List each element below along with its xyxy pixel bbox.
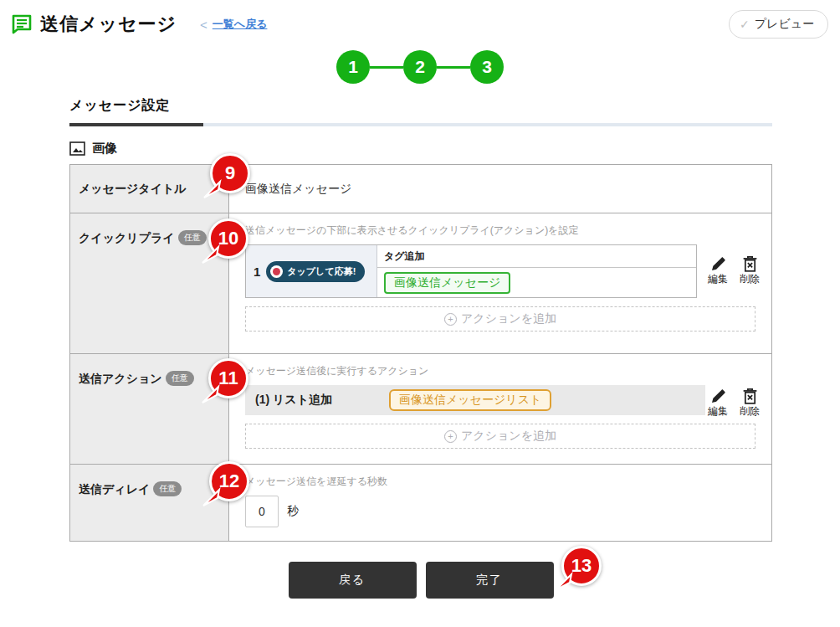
quick-reply-label: クイックリプライ任意: [70, 213, 229, 353]
tab-active-indicator: [69, 123, 203, 126]
send-delay-input-row: 秒: [245, 496, 771, 527]
callout-tail: [202, 487, 222, 507]
quick-reply-button-label: タップして応募!: [287, 265, 356, 278]
delete-button[interactable]: 削除: [738, 255, 761, 286]
image-icon: [69, 141, 85, 156]
quick-reply-description: 送信メッセージの下部に表示させるクイックリプライ(アクション)を設定: [229, 213, 771, 238]
send-action-item: (1) リスト追加 画像送信メッセージリスト: [245, 385, 705, 415]
quick-reply-tag: 画像送信メッセージ: [384, 272, 510, 294]
callout-tail: [201, 384, 221, 404]
delete-button[interactable]: 削除: [738, 388, 761, 419]
quick-reply-item-cell: 1 タップして応募!: [246, 245, 377, 297]
footer-buttons: 戻る 完了: [69, 562, 772, 599]
send-action-label: 送信アクション任意: [70, 354, 229, 464]
main-content: メッセージ設定 画像 メッセージタイトル 画像送信メッセージ クイックリプライ任…: [69, 84, 772, 599]
callout-12: 12: [209, 461, 249, 501]
quick-reply-item-index: 1: [254, 265, 260, 279]
send-action-actions: 編集 削除: [706, 388, 761, 419]
section-title: 画像: [92, 141, 117, 157]
preview-button-label: プレビュー: [755, 17, 814, 32]
row-send-action: 送信アクション任意 メッセージ送信後に実行するアクション (1) リスト追加 画…: [70, 353, 771, 464]
quick-reply-actions: 編集 削除: [706, 255, 761, 286]
message-settings-table: メッセージタイトル 画像送信メッセージ クイックリプライ任意 送信メッセージの下…: [69, 164, 772, 542]
tab-underline-track: [69, 123, 772, 126]
optional-badge: 任意: [178, 230, 207, 245]
send-action-tag: 画像送信メッセージリスト: [389, 389, 551, 411]
add-action-label: アクションを追加: [461, 429, 556, 444]
back-button[interactable]: 戻る: [289, 562, 417, 599]
callout-tail: [554, 572, 574, 592]
pencil-icon: [709, 388, 727, 405]
trash-icon: [741, 388, 759, 405]
step-connector: [437, 66, 470, 69]
send-action-description: メッセージ送信後に実行するアクション: [229, 354, 771, 378]
add-action-label: アクションを追加: [461, 311, 556, 326]
plus-circle-icon: +: [444, 430, 457, 443]
plus-circle-icon: +: [444, 313, 457, 326]
edit-label: 編集: [708, 404, 728, 419]
step-connector: [370, 66, 403, 69]
edit-button[interactable]: 編集: [706, 388, 730, 419]
quick-reply-tag-column: タグ追加 画像送信メッセージ: [377, 245, 696, 297]
send-delay-label-text: 送信ディレイ: [79, 482, 150, 496]
callout-tail: [202, 179, 223, 199]
callout-tail: [201, 244, 221, 265]
tab-message-settings[interactable]: メッセージ設定: [69, 97, 171, 115]
optional-badge: 任意: [153, 481, 182, 496]
delete-label: 削除: [740, 272, 760, 286]
chevron-left-icon: <: [200, 18, 207, 32]
trash-icon: [741, 255, 759, 273]
edit-button[interactable]: 編集: [706, 255, 730, 286]
page-title: 送信メッセージ: [40, 12, 177, 37]
step-2: 2: [403, 50, 437, 84]
callout-13: 13: [561, 546, 602, 586]
send-delay-description: メッセージ送信を遅延する秒数: [229, 465, 771, 489]
callout-11: 11: [208, 358, 248, 398]
row-send-delay: 送信ディレイ任意 メッセージ送信を遅延する秒数 秒: [70, 464, 771, 541]
emoji-icon: [270, 265, 283, 278]
row-message-title: メッセージタイトル 画像送信メッセージ: [70, 165, 771, 213]
step-3: 3: [470, 50, 504, 84]
step-1: 1: [336, 50, 370, 84]
page-header: 送信メッセージ < 一覧へ戻る ✓ プレビュー: [0, 0, 840, 39]
tag-row: 画像送信メッセージ: [377, 268, 696, 297]
delay-unit-label: 秒: [287, 504, 299, 519]
edit-label: 編集: [708, 272, 728, 286]
preview-button[interactable]: ✓ プレビュー: [729, 10, 828, 39]
callout-9: 9: [210, 153, 250, 193]
back-to-list-link[interactable]: 一覧へ戻る: [213, 17, 268, 32]
delete-label: 削除: [740, 404, 760, 419]
quick-reply-button-preview[interactable]: タップして応募!: [266, 261, 365, 282]
image-section-header: 画像: [69, 141, 772, 157]
delay-seconds-input[interactable]: [245, 496, 279, 527]
breadcrumb: < 一覧へ戻る: [200, 17, 267, 32]
tag-column-header: タグ追加: [377, 245, 696, 268]
progress-stepper: 1 2 3: [0, 50, 840, 84]
check-icon: ✓: [740, 18, 750, 31]
send-action-item-label: (1) リスト追加: [255, 393, 389, 408]
done-button[interactable]: 完了: [426, 562, 554, 599]
add-send-action-button[interactable]: + アクションを追加: [245, 424, 755, 449]
row-quick-reply: クイックリプライ任意 送信メッセージの下部に表示させるクイックリプライ(アクショ…: [70, 213, 771, 353]
message-title-value: 画像送信メッセージ: [229, 165, 771, 197]
quick-reply-label-text: クイックリプライ: [79, 231, 175, 244]
send-action-label-text: 送信アクション: [79, 372, 162, 385]
pencil-icon: [709, 255, 727, 273]
callout-10: 10: [208, 218, 248, 259]
quick-reply-item-table: 1 タップして応募! タグ追加 画像送信メッセージ: [245, 244, 697, 298]
optional-badge: 任意: [166, 371, 194, 386]
add-quick-reply-action-button[interactable]: + アクションを追加: [245, 306, 755, 331]
chat-bubble-icon: [10, 13, 33, 36]
